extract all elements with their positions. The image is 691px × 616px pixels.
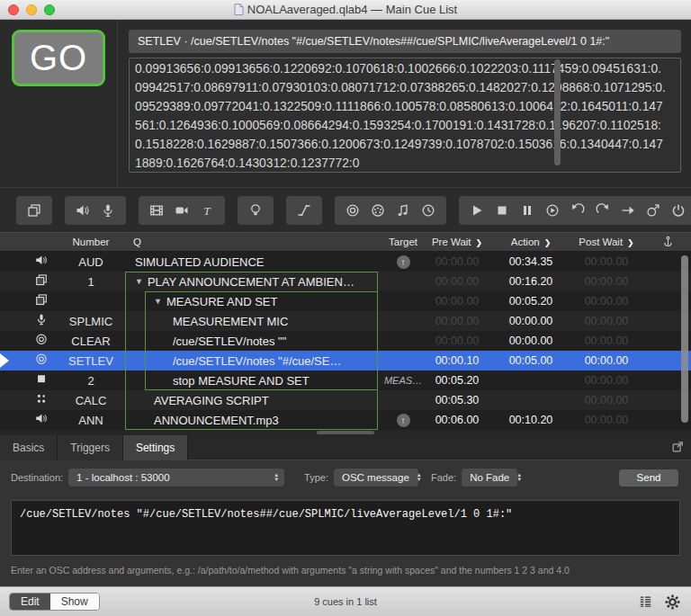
cue-number-cell[interactable]: 1 <box>58 275 124 289</box>
new-load-cue-button[interactable] <box>540 198 565 223</box>
continue-mode-column-icon[interactable] <box>644 235 691 250</box>
action-cell[interactable]: 00:00.00 <box>493 315 569 327</box>
tab-basics[interactable]: Basics <box>0 435 58 460</box>
new-arm-cue-button[interactable] <box>666 198 691 223</box>
header-number[interactable]: Number <box>58 237 124 247</box>
action-cell[interactable]: 00:05.20 <box>493 295 569 308</box>
stepper-arrows-icon: ▲▼ <box>274 473 279 482</box>
cue-target-cell: ↑ <box>385 414 421 427</box>
cue-name-cell[interactable]: SIMULATED AUDIENCE <box>124 255 385 269</box>
header-q[interactable]: Q <box>124 237 385 247</box>
new-reset-cue-button[interactable] <box>565 198 590 223</box>
new-goto-cue-button[interactable] <box>615 198 641 223</box>
new-camera-cue-button[interactable] <box>169 198 194 223</box>
go-button[interactable]: GO <box>12 30 105 86</box>
tab-triggers[interactable]: Triggers <box>58 435 123 460</box>
action-cell[interactable]: 00:05.00 <box>493 354 569 367</box>
new-pause-cue-button[interactable] <box>515 198 540 223</box>
destination-select[interactable]: 1 - localhost : 53000 ▲▼ <box>68 469 284 487</box>
cue-row-CLEAR[interactable]: CLEAR/cue/SETLEV/notes ""00:00.0000:00.0… <box>0 331 691 351</box>
new-stop-cue-button[interactable] <box>489 198 515 223</box>
cue-row-AUD[interactable]: AUDSIMULATED AUDIENCE↑00:00.0000:34.3500… <box>0 252 691 272</box>
cue-row-MEASURE AND SET[interactable]: ▼MEASURE AND SET00:00.0000:05.2000:00.00 <box>0 291 691 311</box>
message-type-select[interactable]: OSC message ▲▼ <box>334 469 418 487</box>
new-timecode-cue-button[interactable] <box>416 198 441 223</box>
header-pre-wait[interactable]: Pre Wait❯ <box>421 237 493 247</box>
header-target[interactable]: Target <box>385 237 421 247</box>
cue-row-CALC[interactable]: CALCAVERAGING SCRIPT00:05.3000:00.00 <box>0 390 691 410</box>
cue-name-cell[interactable]: MEASUREMENT MIC <box>124 315 385 328</box>
stop-icon <box>495 203 509 218</box>
pre-wait-cell[interactable]: 00:00.00 <box>421 255 493 268</box>
cue-name-cell[interactable]: ▼MEASURE AND SET <box>124 295 385 308</box>
pop-out-inspector-icon[interactable] <box>671 441 684 457</box>
send-button[interactable]: Send <box>619 469 678 487</box>
cue-list-scrollbar[interactable] <box>681 255 688 423</box>
cue-name-cell[interactable]: /cue/SETLEV/notes "#/cue/SE… <box>124 354 385 368</box>
new-midi-cue-button[interactable] <box>365 198 390 223</box>
fade-icon <box>297 203 311 218</box>
post-wait-cell[interactable]: 00:00.00 <box>569 315 644 327</box>
new-audio-cue-button[interactable] <box>70 198 95 223</box>
cue-name-cell[interactable]: stop MEASURE AND SET <box>124 374 385 388</box>
notes-scrollbar[interactable] <box>554 59 561 165</box>
cue-notes-display[interactable]: 0.09913656:0.09913656:0.1220692:0.107061… <box>129 58 681 173</box>
cue-number-cell[interactable]: ANN <box>58 414 124 427</box>
new-midi-file-cue-button[interactable] <box>390 198 416 223</box>
cue-name-cell[interactable]: AVERAGING SCRIPT <box>124 394 385 407</box>
new-video-cue-button[interactable] <box>144 198 169 223</box>
action-cell[interactable]: 00:34.35 <box>493 255 569 268</box>
new-fade-cue-button[interactable] <box>292 198 317 223</box>
disclosure-triangle-icon[interactable]: ▼ <box>135 277 143 286</box>
post-wait-cell[interactable]: 00:00.00 <box>569 295 644 308</box>
cue-name-cell[interactable]: ▼PLAY ANNOUNCEMENT AT AMBIEN… <box>124 275 385 289</box>
cue-number-cell[interactable]: AUD <box>58 255 124 269</box>
cue-name-cell[interactable]: /cue/SETLEV/notes "" <box>124 335 385 348</box>
pre-wait-cell[interactable]: 00:05.20 <box>421 374 493 387</box>
post-wait-cell[interactable]: 00:00.00 <box>569 354 644 367</box>
pre-wait-cell[interactable]: 00:06.00 <box>421 414 493 426</box>
tab-settings[interactable]: Settings <box>123 435 188 460</box>
post-wait-cell[interactable]: 00:00.00 <box>569 414 644 426</box>
post-wait-cell[interactable]: 00:00.00 <box>569 335 644 347</box>
cue-number-cell[interactable]: SPLMIC <box>58 315 124 328</box>
cue-name-cell[interactable]: ANNOUNCEMENT.mp3 <box>124 414 385 427</box>
new-mic-cue-button[interactable] <box>95 198 121 223</box>
pre-wait-cell[interactable]: 00:00.00 <box>421 275 493 288</box>
cue-row-1[interactable]: 1▼PLAY ANNOUNCEMENT AT AMBIEN…00:00.0000… <box>0 272 691 291</box>
new-group-cue-button[interactable] <box>22 198 47 223</box>
new-devamp-cue-button[interactable] <box>590 198 615 223</box>
new-light-cue-button[interactable] <box>243 198 268 223</box>
header-action[interactable]: Action❯ <box>493 237 569 247</box>
new-start-cue-button[interactable] <box>464 198 489 223</box>
pre-wait-cell[interactable]: 00:00.00 <box>421 315 493 327</box>
cue-type-cell <box>25 312 58 330</box>
action-cell[interactable]: 00:16.20 <box>493 275 569 288</box>
cue-number-cell[interactable]: CLEAR <box>58 335 124 348</box>
disclosure-triangle-icon[interactable]: ▼ <box>154 297 162 306</box>
cue-number-cell[interactable]: 2 <box>58 374 124 388</box>
pre-wait-cell[interactable]: 00:00.00 <box>421 335 493 347</box>
cue-number-cell[interactable]: CALC <box>58 394 124 407</box>
post-wait-cell[interactable]: 00:00.00 <box>569 394 644 406</box>
new-network-cue-button[interactable] <box>340 198 365 223</box>
cue-row-SPLMIC[interactable]: SPLMICMEASUREMENT MIC00:00.0000:00.0000:… <box>0 311 691 331</box>
cue-row-2[interactable]: 2stop MEASURE AND SETMEAS…00:05.2000:00.… <box>0 370 691 390</box>
action-cell[interactable]: 00:00.00 <box>493 335 569 347</box>
new-text-cue-button[interactable]: T <box>194 198 220 223</box>
pre-wait-cell[interactable]: 00:05.30 <box>421 394 493 406</box>
header-post-wait[interactable]: Post Wait❯ <box>569 237 644 247</box>
pre-wait-cell[interactable]: 00:00.00 <box>421 295 493 308</box>
cue-row-SETLEV[interactable]: SETLEV/cue/SETLEV/notes "#/cue/SE…00:00.… <box>0 351 691 370</box>
post-wait-cell[interactable]: 00:00.00 <box>569 275 644 288</box>
cue-row-ANN[interactable]: ANNANNOUNCEMENT.mp3↑00:06.0000:10.2000:0… <box>0 410 691 430</box>
post-wait-cell[interactable]: 00:00.00 <box>569 374 644 387</box>
action-cell[interactable]: 00:10.20 <box>493 414 569 426</box>
horizontal-scrollbar-thumb[interactable] <box>317 431 374 434</box>
pre-wait-cell[interactable]: 00:00.10 <box>421 354 493 367</box>
new-target-cue-button[interactable] <box>641 198 666 223</box>
cue-number-cell[interactable]: SETLEV <box>58 354 124 368</box>
fade-select[interactable]: No Fade ▲▼ <box>462 469 517 487</box>
osc-message-input[interactable]: /cue/SETLEV/notes "#/cue/SETLEV/notes##/… <box>11 500 680 556</box>
post-wait-cell[interactable]: 00:00.00 <box>569 255 644 268</box>
